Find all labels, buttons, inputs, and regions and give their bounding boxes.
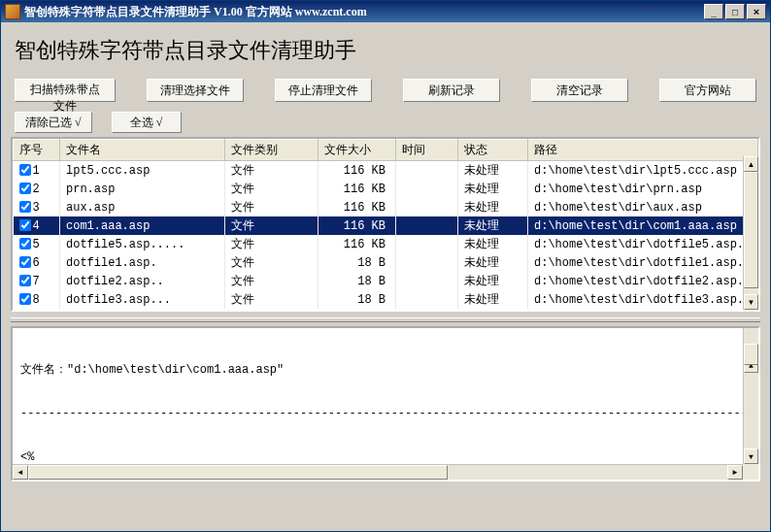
table-row[interactable]: 5dotfile5.asp.....文件116 KB未处理d:\home\tes… xyxy=(14,235,758,253)
cell-time xyxy=(396,253,458,272)
scroll-down-icon[interactable]: ▼ xyxy=(744,449,758,464)
cell-filesize: 116 KB xyxy=(318,216,396,235)
row-index: 2 xyxy=(33,183,40,196)
refresh-button[interactable]: 刷新记录 xyxy=(403,79,500,102)
cell-status: 未处理 xyxy=(458,180,528,198)
cell-path: d:\home\test\dir\dotfile2.asp.. xyxy=(528,272,758,290)
cell-status: 未处理 xyxy=(458,161,528,181)
cell-filetype: 文件 xyxy=(225,161,318,181)
close-button[interactable]: × xyxy=(747,4,766,19)
cell-filename: com1.aaa.asp xyxy=(60,216,225,235)
secondary-toolbar: 清除已选 √ 全选 √ xyxy=(15,112,760,133)
preview-line: <% xyxy=(20,450,751,465)
col-filename[interactable]: 文件名 xyxy=(60,140,225,161)
row-checkbox[interactable] xyxy=(19,201,31,213)
cell-filetype: 文件 xyxy=(225,198,318,216)
clear-checked-button[interactable]: 清除已选 √ xyxy=(15,112,92,133)
table-row[interactable]: 7dotfile2.asp..文件18 B未处理d:\home\test\dir… xyxy=(14,272,758,290)
row-checkbox[interactable] xyxy=(19,238,31,249)
cell-status: 未处理 xyxy=(458,216,528,235)
cell-path: d:\home\test\dir\com1.aaa.asp xyxy=(528,216,758,235)
stop-clean-button[interactable]: 停止清理文件 xyxy=(275,79,372,102)
page-title: 智创特殊字符带点目录文件清理助手 xyxy=(15,36,760,65)
row-checkbox[interactable] xyxy=(19,275,31,286)
cell-filesize: 116 KB xyxy=(318,198,396,216)
cell-filename: dotfile1.asp. xyxy=(60,253,225,272)
row-checkbox[interactable] xyxy=(19,256,31,268)
cell-status: 未处理 xyxy=(458,253,528,272)
cell-time xyxy=(396,290,458,309)
cell-status: 未处理 xyxy=(458,290,528,309)
scroll-down-icon[interactable]: ▼ xyxy=(744,294,758,310)
col-index[interactable]: 序号 xyxy=(14,140,60,161)
cell-time xyxy=(396,272,458,290)
cell-path: d:\home\test\dir\dotfile1.asp. xyxy=(528,253,758,272)
preview-vertical-scrollbar[interactable]: ▲ ▼ xyxy=(743,328,758,480)
scroll-thumb[interactable] xyxy=(744,344,758,365)
cell-status: 未处理 xyxy=(458,235,528,253)
official-site-button[interactable]: 官方网站 xyxy=(659,79,756,102)
col-filesize[interactable]: 文件大小 xyxy=(318,140,396,161)
cell-filename: dotfile5.asp..... xyxy=(60,235,225,253)
file-table-container: 序号 文件名 文件类别 文件大小 时间 状态 路径 1lpt5.ccc.asp文… xyxy=(11,137,760,312)
table-row[interactable]: 3aux.asp文件116 KB未处理d:\home\test\dir\aux.… xyxy=(14,198,758,216)
cell-filetype: 文件 xyxy=(225,180,318,198)
cell-filesize: 18 B xyxy=(318,290,396,309)
row-checkbox[interactable] xyxy=(19,293,31,305)
file-preview: 文件名："d:\home\test\dir\com1.aaa.asp" ----… xyxy=(11,326,760,482)
col-time[interactable]: 时间 xyxy=(396,140,458,161)
select-all-button[interactable]: 全选 √ xyxy=(112,112,182,133)
table-row[interactable]: 8dotfile3.asp...文件18 B未处理d:\home\test\di… xyxy=(14,290,758,309)
cell-time xyxy=(396,235,458,253)
row-checkbox[interactable] xyxy=(19,164,31,176)
col-path[interactable]: 路径 xyxy=(528,140,758,161)
app-icon xyxy=(5,4,20,19)
cell-filesize: 18 B xyxy=(318,253,396,272)
preview-line: UserPass="1" xyxy=(20,480,751,482)
col-status[interactable]: 状态 xyxy=(458,140,528,161)
scroll-thumb[interactable] xyxy=(28,465,448,480)
cell-time xyxy=(396,216,458,235)
scroll-corner xyxy=(743,464,758,480)
cell-path: d:\home\test\dir\dotfile3.asp... xyxy=(528,290,758,309)
row-index: 1 xyxy=(33,164,40,178)
col-filetype[interactable]: 文件类别 xyxy=(225,140,318,161)
row-index: 7 xyxy=(33,275,40,288)
cell-filetype: 文件 xyxy=(225,272,318,290)
minimize-button[interactable]: _ xyxy=(704,4,723,19)
cell-time xyxy=(396,198,458,216)
clear-log-button[interactable]: 清空记录 xyxy=(531,79,628,102)
cell-filename: aux.asp xyxy=(60,198,225,216)
preview-filename: 文件名："d:\home\test\dir\com1.aaa.asp" xyxy=(20,363,751,378)
main-toolbar: 扫描特殊带点文件 清理选择文件 停止清理文件 刷新记录 清空记录 官方网站 xyxy=(11,79,760,102)
row-index: 5 xyxy=(33,238,40,251)
scroll-right-icon[interactable]: ► xyxy=(727,465,743,480)
scroll-left-icon[interactable]: ◄ xyxy=(13,465,28,480)
row-checkbox[interactable] xyxy=(19,219,31,231)
maximize-button[interactable]: □ xyxy=(725,4,745,19)
row-checkbox[interactable] xyxy=(19,183,31,194)
cell-path: d:\home\test\dir\dotfile5.asp..... xyxy=(528,235,758,253)
clean-selected-button[interactable]: 清理选择文件 xyxy=(147,79,244,102)
cell-status: 未处理 xyxy=(458,198,528,216)
window-controls: _ □ × xyxy=(704,4,766,19)
row-index: 4 xyxy=(33,219,40,233)
scroll-thumb[interactable] xyxy=(744,172,758,288)
cell-filetype: 文件 xyxy=(225,290,318,309)
table-row[interactable]: 2prn.asp文件116 KB未处理d:\home\test\dir\prn.… xyxy=(14,180,758,198)
row-index: 6 xyxy=(33,256,40,270)
table-row[interactable]: 6dotfile1.asp.文件18 B未处理d:\home\test\dir\… xyxy=(14,253,758,272)
cell-filename: lpt5.ccc.asp xyxy=(60,161,225,181)
table-header-row: 序号 文件名 文件类别 文件大小 时间 状态 路径 xyxy=(14,140,758,161)
cell-filetype: 文件 xyxy=(225,253,318,272)
table-row[interactable]: 4com1.aaa.asp文件116 KB未处理d:\home\test\dir… xyxy=(14,216,758,235)
splitter[interactable] xyxy=(11,317,760,322)
window-title: 智创特殊字符带点目录文件清理助手 V1.00 官方网站 www.zcnt.com xyxy=(24,4,704,20)
scan-button[interactable]: 扫描特殊带点文件 xyxy=(15,79,116,102)
cell-path: d:\home\test\dir\aux.asp xyxy=(528,198,758,216)
cell-filesize: 116 KB xyxy=(318,180,396,198)
preview-horizontal-scrollbar[interactable]: ◄ ► xyxy=(13,464,743,480)
vertical-scrollbar[interactable]: ▲ ▼ xyxy=(743,156,758,310)
table-row[interactable]: 1lpt5.ccc.asp文件116 KB未处理d:\home\test\dir… xyxy=(14,161,758,181)
scroll-up-icon[interactable]: ▲ xyxy=(744,156,758,172)
